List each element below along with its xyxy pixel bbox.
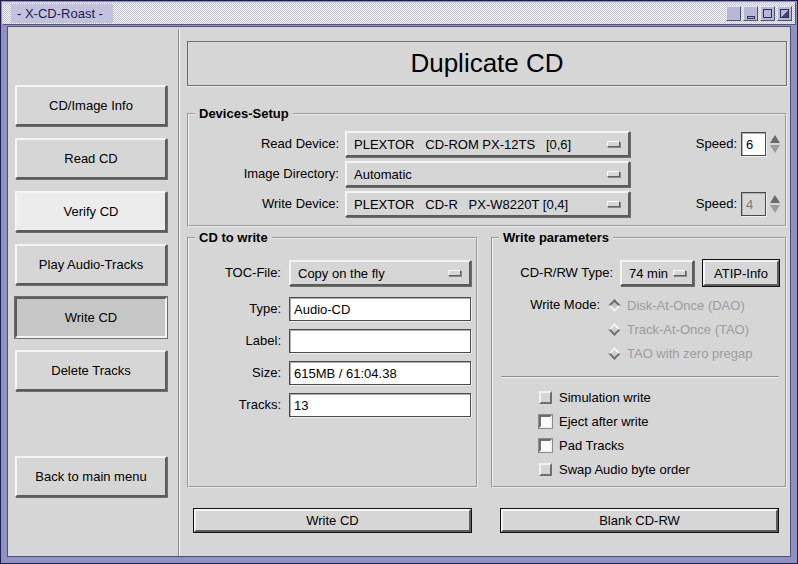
image-directory-value: Automatic xyxy=(354,167,412,182)
read-speed-label: Speed: xyxy=(649,131,737,157)
radio-label: Track-At-Once (TAO) xyxy=(627,322,749,337)
read-speed-input[interactable] xyxy=(741,132,766,156)
write-speed-spinner xyxy=(768,192,782,216)
checkbox-icon xyxy=(539,391,552,404)
toc-file-dropdown[interactable]: Copy on the fly xyxy=(289,260,471,286)
read-device-value: PLEXTOR CD-ROM PX-12TS [0,6] xyxy=(354,137,571,152)
back-to-main-menu-button[interactable]: Back to main menu xyxy=(15,456,167,497)
checkbox-eject-after-write[interactable]: Eject after write xyxy=(539,413,649,429)
image-directory-dropdown[interactable]: Automatic xyxy=(345,161,630,187)
cdrw-type-dropdown[interactable]: 74 min xyxy=(620,260,694,286)
type-label: Type: xyxy=(189,297,281,321)
read-speed-spinner[interactable] xyxy=(768,132,782,156)
app-window: - X-CD-Roast - CD/Image Info Read CD Ver… xyxy=(0,0,798,564)
radio-icon xyxy=(608,347,621,360)
sidebar-item-cd-image-info[interactable]: CD/Image Info xyxy=(15,85,167,126)
dropdown-indicator-icon xyxy=(673,270,686,276)
sidebar-item-label: Verify CD xyxy=(64,204,119,219)
close-icon xyxy=(780,9,789,18)
maximize-button[interactable] xyxy=(760,6,775,21)
size-field[interactable] xyxy=(289,361,471,385)
spin-up-icon xyxy=(770,195,780,203)
radio-disk-at-once: Disk-At-Once (DAO) xyxy=(610,297,745,313)
write-parameters-separator xyxy=(501,376,779,378)
sidebar-item-label: Back to main menu xyxy=(35,469,146,484)
write-speed-input xyxy=(741,192,766,216)
tracks-label: Tracks: xyxy=(189,393,281,417)
write-cd-button-label: Write CD xyxy=(306,513,358,528)
read-device-dropdown[interactable]: PLEXTOR CD-ROM PX-12TS [0,6] xyxy=(345,131,630,157)
sidebar-item-label: CD/Image Info xyxy=(49,98,133,113)
checkbox-label: Simulation write xyxy=(559,390,651,405)
close-button[interactable] xyxy=(777,6,792,21)
tracks-field[interactable] xyxy=(289,393,471,417)
write-device-value: PLEXTOR CD-R PX-W8220T [0,4] xyxy=(354,197,568,212)
dropdown-indicator-icon xyxy=(448,270,461,276)
cd-to-write-legend: CD to write xyxy=(195,230,272,245)
devices-setup-frame: Devices-Setup Read Device: PLEXTOR CD-RO… xyxy=(187,113,787,227)
write-mode-label: Write Mode: xyxy=(493,297,600,313)
sidebar-item-label: Delete Tracks xyxy=(51,363,130,378)
checkbox-icon xyxy=(539,463,552,476)
sidebar-item-read-cd[interactable]: Read CD xyxy=(15,138,167,179)
size-label: Size: xyxy=(189,361,281,385)
write-device-label: Write Device: xyxy=(189,191,339,217)
radio-icon xyxy=(608,323,621,336)
checkbox-simulation-write[interactable]: Simulation write xyxy=(539,389,651,405)
page-title-text: Duplicate CD xyxy=(410,48,563,79)
dropdown-indicator-icon xyxy=(607,141,620,147)
label-label: Label: xyxy=(189,329,281,353)
titlebar-buttons xyxy=(726,6,792,21)
shade-button[interactable] xyxy=(726,6,741,21)
maximize-icon xyxy=(763,9,772,18)
sidebar-item-verify-cd[interactable]: Verify CD xyxy=(15,191,167,232)
checkbox-icon xyxy=(539,415,552,428)
checkbox-swap-audio-byte-order[interactable]: Swap Audio byte order xyxy=(539,461,690,477)
write-parameters-legend: Write parameters xyxy=(499,230,613,245)
radio-track-at-once: Track-At-Once (TAO) xyxy=(610,321,749,337)
atip-info-label: ATIP-Info xyxy=(714,266,768,281)
type-field[interactable] xyxy=(289,297,471,321)
page-title: Duplicate CD xyxy=(187,41,787,86)
client-area: CD/Image Info Read CD Verify CD Play Aud… xyxy=(7,26,791,557)
checkbox-label: Swap Audio byte order xyxy=(559,462,690,477)
cdrw-type-label: CD-R/RW Type: xyxy=(493,260,613,286)
minimize-icon xyxy=(747,16,755,19)
write-cd-button[interactable]: Write CD xyxy=(194,509,471,532)
spin-down-icon xyxy=(770,145,780,153)
sidebar-item-write-cd[interactable]: Write CD xyxy=(15,297,167,338)
write-device-dropdown[interactable]: PLEXTOR CD-R PX-W8220T [0,4] xyxy=(345,191,630,217)
sidebar-item-label: Read CD xyxy=(64,151,117,166)
spin-up-icon xyxy=(770,135,780,143)
cdrw-type-value: 74 min xyxy=(629,266,668,281)
toc-file-label: TOC-File: xyxy=(189,260,281,286)
blank-cdrw-button-label: Blank CD-RW xyxy=(599,513,680,528)
sidebar-item-play-audio-tracks[interactable]: Play Audio-Tracks xyxy=(15,244,167,285)
spin-down-icon xyxy=(770,205,780,213)
write-parameters-frame: Write parameters CD-R/RW Type: 74 min AT… xyxy=(491,237,787,488)
image-directory-label: Image Directory: xyxy=(189,161,339,187)
checkbox-pad-tracks[interactable]: Pad Tracks xyxy=(539,437,624,453)
titlebar[interactable]: - X-CD-Roast - xyxy=(2,2,796,25)
dropdown-indicator-icon xyxy=(607,171,620,177)
sidebar-item-label: Write CD xyxy=(65,310,117,325)
toc-file-value: Copy on the fly xyxy=(298,266,385,281)
checkbox-label: Pad Tracks xyxy=(559,438,624,453)
write-speed-label: Speed: xyxy=(649,191,737,217)
sidebar-item-label: Play Audio-Tracks xyxy=(39,257,143,272)
dropdown-indicator-icon xyxy=(607,201,620,207)
minimize-button[interactable] xyxy=(743,6,758,21)
blank-cdrw-button[interactable]: Blank CD-RW xyxy=(501,509,778,532)
devices-setup-legend: Devices-Setup xyxy=(195,106,293,121)
read-device-label: Read Device: xyxy=(189,131,339,157)
atip-info-button[interactable]: ATIP-Info xyxy=(703,260,779,286)
sidebar-item-delete-tracks[interactable]: Delete Tracks xyxy=(15,350,167,391)
checkbox-label: Eject after write xyxy=(559,414,649,429)
radio-label: Disk-At-Once (DAO) xyxy=(627,298,745,313)
window-title: - X-CD-Roast - xyxy=(11,4,113,23)
cd-to-write-frame: CD to write TOC-File: Copy on the fly Ty… xyxy=(187,237,478,488)
sidebar-separator xyxy=(178,29,180,556)
checkbox-icon xyxy=(539,439,552,452)
label-field[interactable] xyxy=(289,329,471,353)
radio-icon xyxy=(608,299,621,312)
